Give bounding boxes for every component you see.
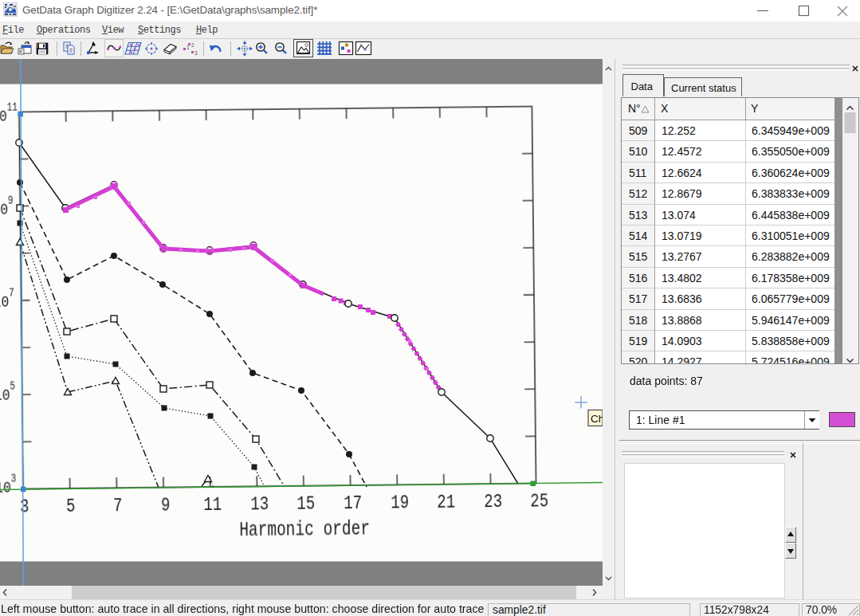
svg-text:25: 25	[530, 490, 548, 512]
svg-text:5: 5	[66, 496, 76, 518]
svg-text:23: 23	[484, 491, 502, 513]
svg-text:15: 15	[296, 492, 315, 515]
svg-text:9: 9	[161, 494, 171, 516]
svg-text:13: 13	[250, 493, 269, 516]
svg-text:1: 1	[187, 45, 190, 50]
svg-text:Ch: Ch	[591, 413, 603, 425]
svg-text:2: 2	[191, 42, 194, 48]
svg-text:7: 7	[113, 495, 123, 517]
svg-text:21: 21	[437, 491, 455, 513]
svg-text:11: 11	[203, 494, 222, 516]
svg-text:17: 17	[344, 492, 362, 515]
svg-text:19: 19	[391, 492, 409, 514]
svg-text:3: 3	[20, 496, 29, 518]
svg-text:Harmonic order: Harmonic order	[239, 518, 370, 543]
svg-text:3: 3	[194, 50, 198, 56]
